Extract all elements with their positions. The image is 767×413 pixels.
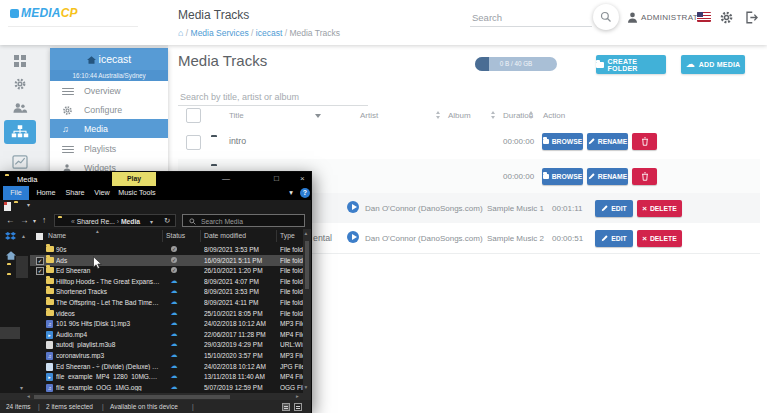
file-row[interactable]: autodj_playlist.m3u8 ☁ 29/03/2019 4:29 P… xyxy=(30,339,303,350)
recent-dropdown-icon[interactable]: ▾ xyxy=(33,217,36,224)
address-root[interactable]: Shared Re... xyxy=(77,218,115,225)
users-icon[interactable] xyxy=(12,102,28,114)
file-row[interactable]: ♫ coronavirus.mp3 ☁ 15/10/2020 3:57 PMMP… xyxy=(30,350,303,361)
scroll-right-icon[interactable]: ▸ xyxy=(296,393,299,399)
reports-chart-icon[interactable] xyxy=(12,155,28,169)
edit-button[interactable]: EDIT xyxy=(595,200,633,217)
language-flag-icon[interactable] xyxy=(697,12,711,22)
file-row[interactable]: Hilltop Hoods - The Great Expanse (20...… xyxy=(30,276,303,287)
row-checkbox-checked[interactable]: ✓ xyxy=(36,267,44,275)
up-icon[interactable]: ↑ xyxy=(42,215,46,225)
select-all-checkbox[interactable] xyxy=(186,108,201,123)
file-row[interactable]: ▸ Áudio.mp4 ☁ 22/06/2017 11:28 PMMP4 Fil… xyxy=(30,329,303,340)
app-logo[interactable]: MEDIACP xyxy=(10,6,78,20)
explorer-search-input[interactable] xyxy=(199,215,303,228)
file-row[interactable]: videos ☁ 25/10/2021 8:05 PMFile folder xyxy=(30,308,303,319)
file-row-selected[interactable]: ✓ Ads ✓ 16/09/2021 5:11 PMFile folder xyxy=(30,255,303,266)
minimize-button[interactable]: — xyxy=(222,174,230,183)
file-row[interactable]: ✓ Ed Sheeran ✓ 26/10/2021 1:20 PMFile fo… xyxy=(30,265,303,276)
address-bar[interactable]: « Shared Re... › Media ▾ xyxy=(54,214,176,227)
header-checkbox[interactable] xyxy=(36,233,43,240)
create-folder-button[interactable]: CREATE FOLDER xyxy=(596,55,666,74)
row-checkbox[interactable] xyxy=(186,135,201,150)
address-current[interactable]: Media xyxy=(121,218,140,225)
explorer-search-box[interactable] xyxy=(182,214,305,227)
scroll-thumb[interactable] xyxy=(34,395,230,399)
browse-button[interactable]: BROWSE xyxy=(542,168,583,185)
sort-desc-icon[interactable] xyxy=(315,114,321,118)
column-date-modified[interactable]: Date modified xyxy=(204,232,246,239)
gear-icon[interactable] xyxy=(719,10,734,25)
back-icon[interactable]: ← xyxy=(6,215,15,225)
qat-dropdown-icon[interactable]: ▾ xyxy=(27,201,30,208)
delete-button[interactable]: ×DELETE xyxy=(637,230,682,247)
logout-icon[interactable] xyxy=(744,10,759,25)
sort-updown-icon[interactable] xyxy=(491,111,496,119)
column-type[interactable]: Type xyxy=(280,232,295,239)
maximize-button[interactable]: □ xyxy=(274,174,279,183)
refresh-icon[interactable]: ↻ xyxy=(164,216,170,225)
scroll-thumb[interactable] xyxy=(305,241,309,289)
dropbox-icon[interactable] xyxy=(5,232,16,242)
address-dropdown-icon[interactable]: ▾ xyxy=(150,218,153,225)
menu-item-overview[interactable]: Overview xyxy=(50,81,168,100)
settings-gears-icon[interactable] xyxy=(13,77,27,91)
delete-folder-button[interactable] xyxy=(632,133,657,150)
file-row[interactable]: Shortened Tracks ☁ 8/09/2021 3:53 PMFile… xyxy=(30,286,303,297)
file-row[interactable]: Ed Sheeran - ÷ (Divide) (Deluxe) (2017..… xyxy=(30,361,303,372)
file-row[interactable]: The Offspring - Let The Bad Times Roll..… xyxy=(30,297,303,308)
file-row[interactable]: 90s ✓ 8/09/2021 3:53 PMFile folder xyxy=(30,244,303,255)
sort-updown-icon[interactable] xyxy=(529,111,534,119)
services-active-tile[interactable] xyxy=(4,120,36,144)
column-artist[interactable]: Artist xyxy=(360,111,378,120)
sort-updown-icon[interactable] xyxy=(436,111,441,119)
close-button[interactable]: × xyxy=(300,174,305,183)
breadcrumb-icecast[interactable]: icecast xyxy=(256,28,282,38)
horizontal-scrollbar[interactable]: ◂ ▸ xyxy=(0,393,311,400)
details-view-icon[interactable] xyxy=(282,403,290,411)
contextual-play-tab[interactable]: Play xyxy=(112,172,156,186)
tab-home[interactable]: Home xyxy=(33,186,59,200)
vertical-scrollbar[interactable]: ▴ ▾ xyxy=(303,229,311,393)
menu-item-playlists[interactable]: Playlists xyxy=(50,139,168,158)
menu-item-configure[interactable]: Configure xyxy=(50,100,168,119)
properties-icon[interactable] xyxy=(4,202,11,211)
collapse-ribbon-icon[interactable]: ▾ xyxy=(286,186,296,200)
scroll-left-icon[interactable]: ◂ xyxy=(27,393,30,399)
help-icon[interactable]: ? xyxy=(300,188,310,198)
column-title[interactable]: Title xyxy=(229,111,244,120)
file-row[interactable]: ▸ file_example_MP4_1280_10MG.mp4 ☁ 13/11… xyxy=(30,371,303,382)
tab-share[interactable]: Share xyxy=(62,186,88,200)
pane-scroll-thumb[interactable] xyxy=(0,327,20,339)
play-icon[interactable] xyxy=(347,231,359,243)
column-status[interactable]: Status xyxy=(166,232,185,239)
file-row[interactable]: ♫ 101 90s Hits [Disk 1].mp3 ☁ 24/02/2018… xyxy=(30,318,303,329)
pane-scroll-down-icon[interactable]: ▾ xyxy=(20,384,23,391)
media-search-input[interactable] xyxy=(178,88,368,106)
tab-view[interactable]: View xyxy=(90,186,114,200)
breadcrumb-media-services[interactable]: Media Services xyxy=(191,28,249,38)
tab-file[interactable]: File xyxy=(3,186,29,200)
add-media-button[interactable]: ☁ADD MEDIA xyxy=(681,55,745,74)
thumbnails-view-icon[interactable] xyxy=(294,403,302,411)
delete-button[interactable]: ×DELETE xyxy=(637,200,682,217)
global-search-button[interactable] xyxy=(593,4,619,30)
home-icon[interactable]: ⌂ xyxy=(178,28,183,38)
rename-button[interactable]: RENAME xyxy=(587,168,628,185)
forward-icon[interactable]: → xyxy=(20,215,29,225)
menu-item-media[interactable]: ♫ Media xyxy=(50,119,168,138)
column-album[interactable]: Album xyxy=(448,111,471,120)
delete-folder-button[interactable] xyxy=(632,168,657,185)
dashboard-icon[interactable] xyxy=(14,55,19,60)
table-row-folder-intro[interactable]: intro 00:00:00 BROWSE RENAME xyxy=(178,124,760,159)
scroll-up-icon[interactable]: ▴ xyxy=(305,230,308,236)
browse-button[interactable]: BROWSE xyxy=(542,133,583,150)
edit-button[interactable]: EDIT xyxy=(595,230,633,247)
play-icon[interactable] xyxy=(347,201,359,213)
tab-music-tools[interactable]: Music Tools xyxy=(116,186,158,200)
pane-scroll-up-icon[interactable]: ▴ xyxy=(22,232,25,239)
column-name[interactable]: Name xyxy=(48,232,66,239)
user-avatar-icon[interactable] xyxy=(626,11,639,24)
home-icon[interactable] xyxy=(6,251,16,260)
global-search-input[interactable] xyxy=(470,8,592,27)
